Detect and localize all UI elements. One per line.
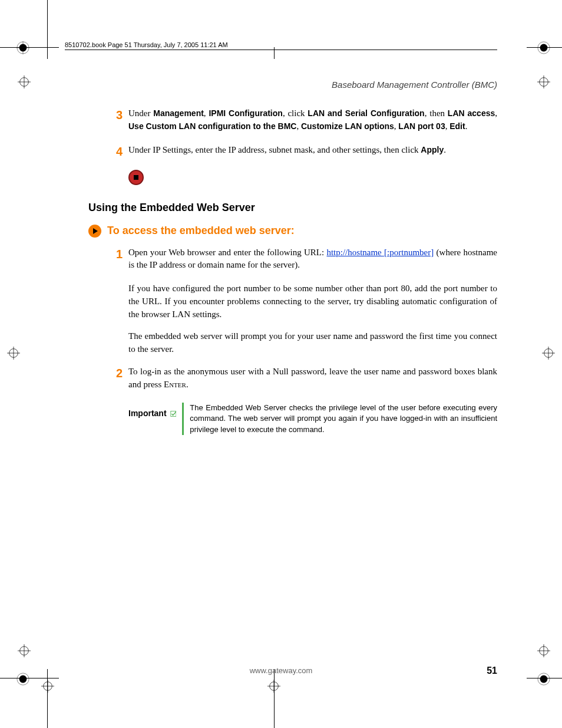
step-body: Open your Web browser and enter the foll… [128, 246, 497, 272]
subheading-row: To access the embedded web server: [65, 225, 497, 238]
crosshair-icon [18, 75, 31, 88]
step-number: 4 [106, 144, 128, 159]
url-link[interactable]: http://hostname [:portnumber] [326, 248, 434, 257]
step-body: Under Management, IPMI Configuration, cl… [128, 107, 497, 133]
crosshair-icon [542, 347, 555, 360]
section-title: Baseboard Management Controller (BMC) [65, 80, 497, 90]
important-block: Important The Embedded Web Server checks… [65, 403, 497, 435]
step-body: Under IP Settings, enter the IP address,… [128, 144, 446, 159]
svg-point-19 [19, 676, 27, 683]
checkmark-icon [170, 406, 177, 421]
important-label: Important [128, 403, 167, 418]
heading: Using the Embedded Web Server [88, 202, 497, 214]
stop-icon [128, 170, 144, 185]
header-line: 8510702.book Page 51 Thursday, July 7, 2… [65, 41, 497, 50]
step-number: 3 [106, 107, 128, 133]
play-icon [88, 225, 101, 238]
paragraph: If you have configured the port number t… [65, 282, 497, 321]
crosshair-icon [537, 75, 550, 88]
step: 3Under Management, IPMI Configuration, c… [65, 107, 497, 133]
document-page: 8510702.book Page 51 Thursday, July 7, 2… [0, 0, 562, 728]
page-number: 51 [487, 666, 497, 676]
subheading: To access the embedded web server: [107, 225, 295, 237]
registration-mark-icon [537, 41, 550, 54]
crosshair-icon [7, 347, 20, 360]
crosshair-icon [18, 644, 31, 657]
svg-point-21 [540, 676, 548, 683]
footer: www.gateway.com 51 [0, 666, 562, 675]
step-number: 2 [106, 365, 128, 391]
svg-rect-35 [170, 411, 176, 417]
step-number: 1 [106, 246, 128, 272]
step-body: To log-in as the anonymous user with a N… [128, 365, 497, 391]
crosshair-icon [41, 680, 54, 693]
crosshair-icon [537, 644, 550, 657]
step-2: 2 To log-in as the anonymous user with a… [65, 365, 497, 391]
svg-marker-34 [93, 228, 98, 234]
step-1: 1 Open your Web browser and enter the fo… [65, 246, 497, 272]
crosshair-icon [267, 680, 280, 693]
step: 4Under IP Settings, enter the IP address… [65, 144, 497, 159]
paragraph: The embedded web server will prompt you … [65, 330, 497, 356]
footer-url: www.gateway.com [65, 666, 497, 675]
registration-mark-icon [16, 41, 29, 54]
svg-point-5 [540, 44, 548, 52]
important-text: The Embedded Web Server checks the privi… [182, 403, 497, 435]
